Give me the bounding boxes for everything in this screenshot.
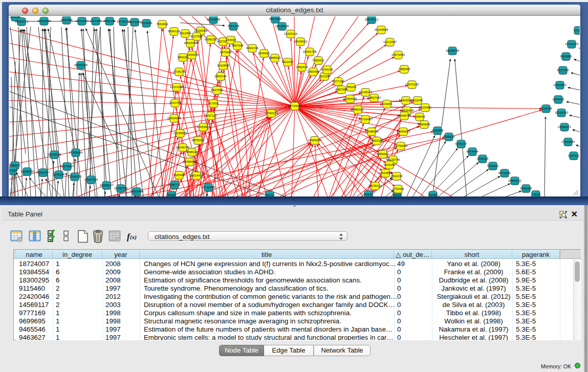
svg-text:621605: 621605 — [382, 102, 393, 105]
svg-text:10653267: 10653267 — [75, 19, 89, 23]
svg-text:13300273: 13300273 — [265, 112, 278, 115]
svg-text:11123: 11123 — [574, 29, 580, 32]
svg-text:10033809: 10033809 — [207, 18, 221, 21]
svg-text:19384554: 19384554 — [308, 139, 322, 142]
svg-text:7632621: 7632621 — [487, 164, 499, 167]
svg-text:10958107: 10958107 — [100, 184, 114, 187]
svg-text:16210043: 16210043 — [555, 111, 569, 114]
svg-text:8471626: 8471626 — [498, 171, 511, 174]
svg-text:16154808: 16154808 — [375, 28, 388, 31]
svg-text:154669: 154669 — [226, 38, 236, 41]
svg-text:15751074: 15751074 — [565, 42, 579, 46]
svg-text:20206536: 20206536 — [48, 153, 61, 156]
svg-text:1327607: 1327607 — [90, 19, 102, 23]
svg-text:7625402: 7625402 — [173, 173, 185, 177]
svg-text:19654933: 19654933 — [167, 117, 181, 120]
svg-text:7663822: 7663822 — [156, 23, 168, 26]
svg-text:17631: 17631 — [532, 193, 540, 196]
svg-text:15692971: 15692971 — [558, 125, 572, 128]
svg-text:16099489: 16099489 — [183, 160, 197, 163]
svg-text:9660124: 9660124 — [168, 30, 180, 33]
svg-text:9485771: 9485771 — [168, 183, 181, 186]
svg-text:20876612: 20876612 — [365, 18, 379, 21]
svg-text:9699695: 9699695 — [418, 123, 430, 126]
svg-text:17016504: 17016504 — [561, 140, 575, 143]
svg-text:10756928: 10756928 — [394, 144, 408, 147]
svg-text:16914479: 16914479 — [190, 174, 204, 177]
svg-text:9498222: 9498222 — [186, 150, 198, 154]
svg-text:8813054: 8813054 — [269, 17, 281, 20]
svg-text:17957225: 17957225 — [84, 178, 98, 181]
svg-text:8454749: 8454749 — [246, 47, 258, 50]
svg-text:15716485: 15716485 — [202, 186, 215, 189]
svg-text:16671355: 16671355 — [128, 20, 142, 24]
svg-text:12093872: 12093872 — [553, 83, 567, 86]
svg-text:19218506: 19218506 — [275, 25, 289, 28]
svg-text:1903306: 1903306 — [60, 18, 73, 21]
svg-text:3267110: 3267110 — [205, 114, 217, 117]
svg-text:12505135: 12505135 — [68, 175, 82, 178]
svg-text:14136141: 14136141 — [368, 184, 382, 187]
svg-text:1244415: 1244415 — [552, 98, 564, 101]
svg-text:7485063: 7485063 — [398, 68, 410, 71]
svg-text:9277169: 9277169 — [332, 80, 344, 83]
svg-text:19166825: 19166825 — [173, 132, 187, 135]
svg-text:1167531: 1167531 — [568, 154, 580, 157]
svg-text:19654923: 19654923 — [397, 130, 410, 133]
svg-text:(x): (x) — [130, 234, 137, 240]
svg-text:9384067: 9384067 — [377, 152, 389, 156]
svg-text:16648784: 16648784 — [446, 49, 460, 52]
svg-text:8878332: 8878332 — [192, 139, 204, 142]
svg-text:8215958: 8215958 — [540, 107, 552, 110]
svg-text:9227343: 9227343 — [557, 69, 569, 72]
svg-text:189644: 189644 — [415, 115, 425, 118]
svg-text:7357274: 7357274 — [227, 25, 239, 28]
svg-text:9146821: 9146821 — [258, 52, 270, 55]
svg-text:16961758: 16961758 — [303, 50, 317, 53]
svg-text:3912894: 3912894 — [179, 32, 191, 35]
svg-text:19975857: 19975857 — [60, 165, 74, 168]
svg-text:9127502: 9127502 — [190, 35, 203, 38]
svg-text:10854112: 10854112 — [508, 179, 522, 182]
svg-text:12923448: 12923448 — [130, 190, 144, 193]
svg-text:14463627: 14463627 — [399, 99, 413, 102]
svg-text:73342: 73342 — [364, 193, 373, 196]
svg-text:7955812: 7955812 — [312, 59, 324, 62]
svg-text:911546: 911546 — [412, 99, 423, 102]
svg-text:989166: 989166 — [178, 56, 188, 59]
svg-text:16245474: 16245474 — [359, 91, 373, 94]
svg-text:8186328: 8186328 — [205, 38, 217, 41]
svg-text:2803144: 2803144 — [214, 75, 227, 78]
svg-text:10973493: 10973493 — [391, 53, 405, 56]
svg-text:9329966: 9329966 — [560, 55, 572, 58]
svg-text:13325419: 13325419 — [284, 32, 298, 35]
svg-text:2935114: 2935114 — [477, 157, 489, 160]
svg-text:18495756: 18495756 — [398, 114, 411, 117]
svg-text:3875685: 3875685 — [220, 51, 232, 54]
svg-text:11150829: 11150829 — [20, 170, 34, 173]
svg-text:16782759: 16782759 — [114, 187, 128, 190]
svg-text:12942757: 12942757 — [36, 171, 50, 174]
svg-text:1322037: 1322037 — [281, 60, 294, 63]
svg-text:12213967: 12213967 — [383, 40, 397, 43]
svg-text:12213363: 12213363 — [170, 85, 184, 89]
svg-text:1962615: 1962615 — [296, 65, 308, 69]
svg-text:20691406: 20691406 — [37, 19, 51, 23]
svg-text:13353594: 13353594 — [197, 125, 210, 128]
svg-text:8938923: 8938923 — [443, 135, 455, 138]
svg-text:1615152: 1615152 — [383, 163, 396, 166]
svg-text:1990448: 1990448 — [307, 70, 319, 73]
svg-text:9474444: 9474444 — [466, 150, 478, 153]
svg-text:17339924: 17339924 — [69, 151, 83, 154]
svg-text:6379197: 6379197 — [455, 142, 467, 145]
svg-text:16046788: 16046788 — [176, 146, 190, 149]
svg-text:9242848: 9242848 — [217, 64, 229, 67]
svg-text:10807487: 10807487 — [367, 96, 381, 99]
svg-text:18640910: 18640910 — [294, 40, 308, 43]
svg-text:18807249: 18807249 — [370, 139, 384, 142]
svg-text:12975155: 12975155 — [405, 83, 419, 86]
svg-text:1145194: 1145194 — [53, 173, 66, 176]
svg-text:7986322: 7986322 — [352, 108, 364, 111]
svg-text:1610755: 1610755 — [169, 101, 181, 104]
svg-text:1640955: 1640955 — [431, 129, 444, 132]
